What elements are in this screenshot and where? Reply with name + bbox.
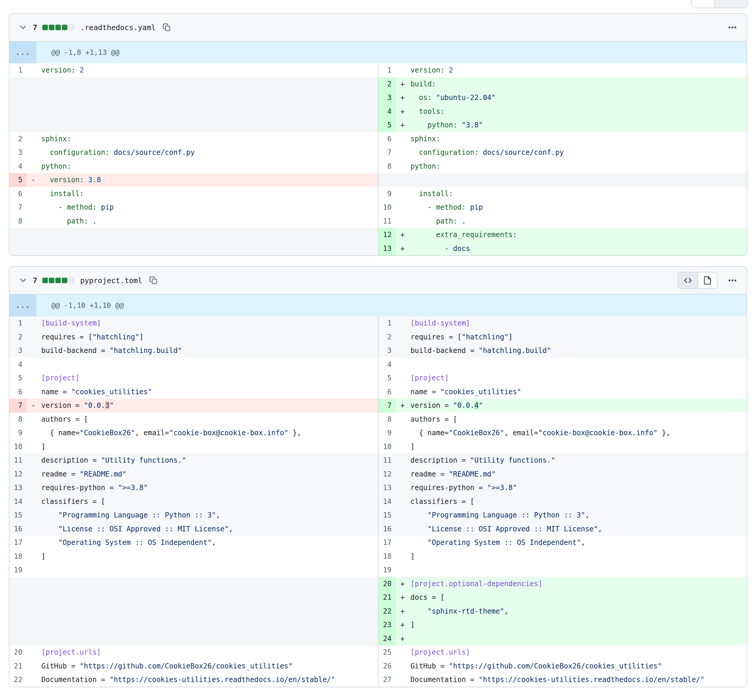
code-token [41,176,50,184]
line-number[interactable]: 21 [9,659,27,673]
line-number[interactable]: 8 [9,412,27,427]
line-number[interactable]: 2 [379,330,396,344]
line-number[interactable]: 27 [379,673,396,687]
line-number[interactable]: 15 [9,508,27,522]
line-number[interactable]: 5 [379,371,396,385]
code-line: python: [396,159,747,173]
page-view-toggle-fragment[interactable] [691,0,748,8]
diff-pane-right: 8python: [378,159,747,173]
line-number[interactable]: 13 [379,481,396,495]
line-number[interactable]: 4 [379,105,396,119]
line-number[interactable]: 1 [9,316,27,330]
code-line: install: [396,187,747,201]
line-number[interactable]: 3 [9,344,27,358]
code-token: ] [41,552,45,561]
line-number[interactable]: 10 [379,200,396,214]
line-number[interactable]: 20 [9,645,27,659]
diff-pane-left [9,228,378,242]
diff-row: 15 "Programming Language :: Python :: 3"… [9,508,747,522]
line-number[interactable]: 9 [379,187,396,201]
copy-file-path-button[interactable] [147,274,160,287]
line-number[interactable]: 1 [9,63,27,77]
file-options-button[interactable] [726,274,739,287]
line-number[interactable]: 16 [379,522,396,536]
collapse-file-button[interactable] [17,275,29,286]
line-number[interactable]: 6 [9,385,27,399]
line-number[interactable]: 5 [9,371,27,385]
line-number[interactable]: 22 [379,605,396,618]
line-number[interactable]: 11 [379,214,396,228]
line-number[interactable]: 14 [379,495,396,509]
line-number[interactable]: 1 [379,63,396,77]
line-number[interactable]: 5 [379,118,396,132]
line-number[interactable]: 22 [9,673,27,687]
line-number[interactable]: 11 [9,453,27,467]
copy-file-path-button[interactable] [160,21,173,34]
line-number[interactable]: 8 [379,159,396,173]
line-number[interactable]: 12 [379,228,396,242]
diffstat [42,278,74,283]
line-number[interactable]: 8 [379,412,396,427]
code-token: - [41,203,67,211]
line-number[interactable]: 14 [9,495,27,509]
line-number[interactable]: 3 [379,344,396,358]
rich-view-button[interactable] [698,272,717,288]
line-number[interactable]: 19 [9,563,27,577]
line-number[interactable]: 23 [379,618,396,632]
line-number[interactable]: 7 [9,200,27,214]
line-number[interactable]: 10 [379,440,396,454]
line-number[interactable]: 10 [9,440,27,454]
line-number[interactable]: 6 [379,132,396,146]
code-line: "Operating System :: OS Independent", [27,536,378,550]
line-number[interactable]: 18 [9,550,27,564]
code-token: "Programming Language :: Python :: 3" [428,511,585,519]
line-number[interactable]: 6 [9,187,27,201]
line-number[interactable]: 18 [379,550,396,564]
line-number[interactable]: 13 [379,242,396,256]
line-number[interactable]: 2 [379,77,396,91]
line-number[interactable]: 15 [379,508,396,522]
line-number[interactable]: 24 [379,632,396,646]
line-number[interactable]: 11 [379,453,396,467]
code-line: +[project.optional-dependencies] [396,577,747,591]
code-line: authors = [ [396,412,747,427]
line-number[interactable]: 6 [379,385,396,399]
line-number[interactable]: 1 [379,316,396,330]
line-number[interactable]: 20 [379,577,396,591]
line-number[interactable]: 12 [9,467,27,481]
line-number[interactable]: 4 [9,159,27,173]
code-token: authors = [ [41,415,88,423]
line-number[interactable]: 21 [379,591,396,605]
expand-hunk-button[interactable]: ... [9,42,37,63]
source-view-button[interactable] [678,272,698,288]
view-toggle-left-segment[interactable] [692,0,715,8]
line-number[interactable]: 7 [9,398,27,412]
line-number[interactable]: 7 [379,146,396,159]
line-number[interactable]: 3 [9,146,27,159]
line-number[interactable]: 9 [379,426,396,440]
code-line [27,105,378,119]
line-number[interactable]: 19 [379,563,396,577]
line-number[interactable]: 4 [9,358,27,372]
line-number[interactable]: 26 [379,659,396,673]
file-options-button[interactable] [726,21,739,34]
code-token: ] [411,552,415,561]
line-number[interactable]: 17 [9,536,27,550]
line-number[interactable]: 2 [9,330,27,344]
line-number[interactable]: 16 [9,522,27,536]
line-number[interactable]: 3 [379,91,396,105]
line-number[interactable]: 7 [379,398,396,412]
view-toggle-right-segment[interactable] [715,0,747,8]
code-token: "Operating System :: OS Independent" [58,538,212,547]
line-number[interactable]: 4 [379,358,396,372]
line-number[interactable]: 25 [379,645,396,659]
expand-hunk-button[interactable]: ... [9,295,37,316]
line-number[interactable]: 8 [9,214,27,228]
line-number[interactable]: 5 [9,173,27,187]
line-number[interactable]: 12 [379,467,396,481]
line-number[interactable]: 2 [9,132,27,146]
line-number[interactable]: 17 [379,536,396,550]
collapse-file-button[interactable] [17,22,29,33]
line-number[interactable]: 13 [9,481,27,495]
line-number[interactable]: 9 [9,426,27,440]
